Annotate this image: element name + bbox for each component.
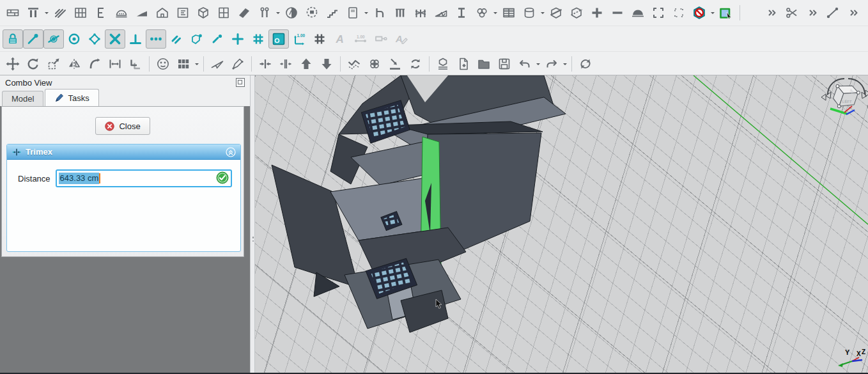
arch-structure-dropdown-arrow[interactable]: [43, 3, 50, 22]
close-button[interactable]: Close: [95, 117, 150, 135]
arch-wall-button[interactable]: [3, 3, 23, 22]
file-new-button[interactable]: [453, 54, 474, 74]
float-panel-icon[interactable]: [236, 78, 245, 87]
snap-angle-button[interactable]: [84, 29, 105, 49]
draft-mirror-button[interactable]: [64, 54, 84, 74]
arch-space-button[interactable]: [302, 3, 322, 22]
arch-equipment-button[interactable]: [390, 3, 410, 22]
arch-frame-button[interactable]: [369, 3, 390, 22]
arch-stairs-button[interactable]: [322, 3, 343, 22]
draft-rotate-button[interactable]: [23, 54, 43, 74]
draft-join-button[interactable]: [255, 54, 275, 74]
arch-fence-button[interactable]: [410, 3, 431, 22]
snap-special-button[interactable]: [187, 29, 207, 49]
draft-wire-to-bspline-button[interactable]: [344, 54, 364, 74]
arch-cut-line-button[interactable]: [566, 3, 587, 22]
arch-remove-component-button[interactable]: [607, 3, 628, 22]
snap-dimensions-button[interactable]: 1.00: [289, 29, 309, 49]
arch-roof-button[interactable]: [234, 3, 254, 22]
toolbar-overflow-3-button[interactable]: [843, 3, 864, 22]
file-open-button[interactable]: [474, 54, 494, 74]
arch-building-button[interactable]: [152, 3, 173, 22]
model[interactable]: [272, 75, 566, 332]
arch-axis-button[interactable]: [254, 3, 275, 22]
arch-building-part-button[interactable]: [91, 3, 111, 22]
draft-facebinder-button[interactable]: [153, 54, 173, 74]
add-to-group-button[interactable]: [433, 54, 453, 74]
arch-panel-button[interactable]: [343, 3, 363, 22]
draft-move-button[interactable]: [3, 54, 23, 74]
draft-line-button[interactable]: [823, 3, 843, 22]
edit-cut-button[interactable]: [782, 3, 802, 22]
toggle-visibility-button[interactable]: [689, 3, 709, 22]
nav-cube-left-label[interactable]: LEFT: [842, 100, 852, 104]
distance-input[interactable]: 643.33 cm: [56, 169, 232, 187]
trimex-header[interactable]: Trimex: [7, 144, 240, 160]
snap-intersection-button[interactable]: [105, 29, 125, 49]
box-element-selection-button[interactable]: [669, 3, 689, 22]
draft-offset-button[interactable]: [84, 54, 105, 74]
navigation-cube[interactable]: LEFT TOP: [821, 79, 868, 114]
draft-apply-style-button[interactable]: [207, 54, 228, 74]
arch-project-button[interactable]: [111, 3, 132, 22]
toolbar-overflow-2-button[interactable]: [802, 3, 823, 22]
arch-window-button[interactable]: [213, 3, 234, 22]
toggle-grid-button[interactable]: [309, 29, 330, 49]
panel-splitter[interactable]: [250, 75, 255, 374]
draft-upgrade-button[interactable]: [296, 54, 316, 74]
toggle-visibility-dropdown-arrow[interactable]: [709, 3, 716, 22]
toolbar-overflow-1-button[interactable]: [761, 3, 782, 22]
tab-tasks[interactable]: Tasks: [45, 89, 98, 106]
draft-array-button[interactable]: [173, 54, 194, 74]
arch-site-button[interactable]: [132, 3, 152, 22]
snap-lock-button[interactable]: [3, 29, 23, 49]
tab-model[interactable]: Model: [2, 91, 43, 106]
arch-survey-button[interactable]: [628, 3, 648, 22]
arch-level-button[interactable]: [173, 3, 193, 22]
edit-undo-button[interactable]: [515, 54, 535, 74]
edit-redo-dropdown-arrow[interactable]: [562, 54, 568, 74]
arch-material-dropdown-arrow[interactable]: [492, 3, 499, 22]
box-selection-button[interactable]: [648, 3, 669, 22]
arch-section-plane-button[interactable]: [281, 3, 302, 22]
draft-downgrade-button[interactable]: [316, 54, 337, 74]
draft-stretch-button[interactable]: [105, 54, 125, 74]
draft-to-sketch-button[interactable]: [405, 54, 426, 74]
snap-endpoint-button[interactable]: [23, 29, 43, 49]
draft-array-dropdown-arrow[interactable]: [194, 54, 200, 74]
snap-extension-button[interactable]: [146, 29, 166, 49]
arch-rebar-button[interactable]: [50, 3, 70, 22]
edit-redo-button[interactable]: [541, 54, 562, 74]
arch-material-button[interactable]: [472, 3, 492, 22]
arch-cut-plane-button[interactable]: [546, 3, 566, 22]
file-save-button[interactable]: [494, 54, 515, 74]
draft-edit-button[interactable]: [228, 54, 248, 74]
draft-scale-button[interactable]: [43, 54, 64, 74]
arch-truss-button[interactable]: [431, 3, 451, 22]
arch-schedule-button[interactable]: [499, 3, 519, 22]
snap-grid-button[interactable]: [248, 29, 268, 49]
draft-clone-button[interactable]: [125, 54, 146, 74]
snap-perpendicular-button[interactable]: [125, 29, 146, 49]
selection-view-button[interactable]: [716, 3, 736, 22]
draft-add-point-button[interactable]: [364, 54, 385, 74]
edit-undo-dropdown-arrow[interactable]: [535, 54, 541, 74]
arch-add-component-button[interactable]: [587, 3, 607, 22]
3d-viewport[interactable]: LEFT TOP Y X Z: [255, 75, 868, 374]
arch-pipe-dropdown-arrow[interactable]: [539, 3, 546, 22]
draft-shape-2d-view-button[interactable]: [385, 54, 405, 74]
arch-structure-button[interactable]: [23, 3, 43, 22]
arch-external-reference-button[interactable]: [193, 3, 213, 22]
snap-ortho-button[interactable]: [228, 29, 248, 49]
arch-axis-dropdown-arrow[interactable]: [275, 3, 281, 22]
arch-pipe-button[interactable]: [519, 3, 539, 22]
collapse-icon[interactable]: [226, 147, 236, 157]
nav-arrow-left[interactable]: [821, 94, 826, 100]
arch-profile-button[interactable]: [451, 3, 472, 22]
view-refresh-button[interactable]: [575, 54, 596, 74]
snap-parallel-button[interactable]: [166, 29, 187, 49]
snap-near-button[interactable]: [207, 29, 228, 49]
arch-panel-dropdown-arrow[interactable]: [363, 3, 369, 22]
draft-split-button[interactable]: [275, 54, 296, 74]
snap-working-plane-button[interactable]: [268, 29, 289, 49]
